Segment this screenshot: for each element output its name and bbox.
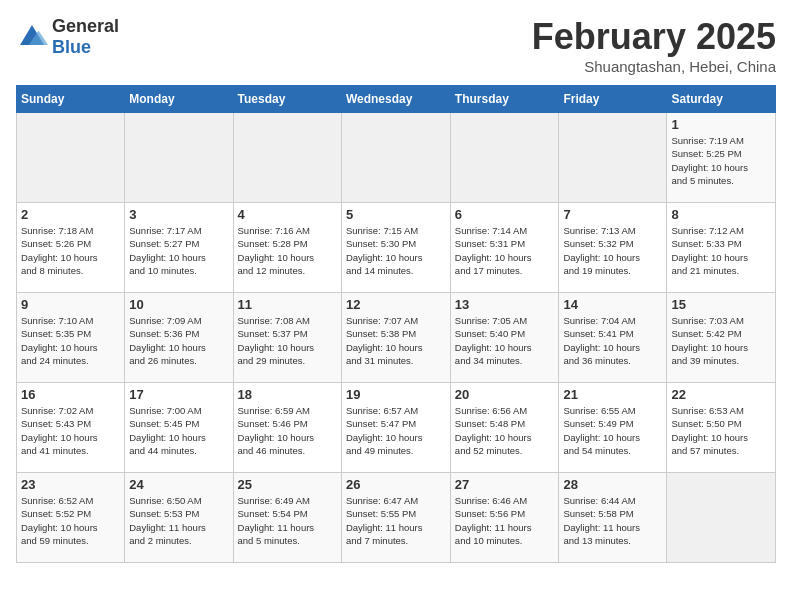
day-info: Sunrise: 7:10 AM Sunset: 5:35 PM Dayligh…: [21, 314, 120, 367]
weekday-header: Tuesday: [233, 86, 341, 113]
calendar-cell: 3Sunrise: 7:17 AM Sunset: 5:27 PM Daylig…: [125, 203, 233, 293]
day-number: 13: [455, 297, 555, 312]
logo-general: General: [52, 16, 119, 36]
day-info: Sunrise: 7:17 AM Sunset: 5:27 PM Dayligh…: [129, 224, 228, 277]
day-number: 23: [21, 477, 120, 492]
day-info: Sunrise: 6:47 AM Sunset: 5:55 PM Dayligh…: [346, 494, 446, 547]
logo: General Blue: [16, 16, 119, 58]
calendar-cell: 27Sunrise: 6:46 AM Sunset: 5:56 PM Dayli…: [450, 473, 559, 563]
day-info: Sunrise: 7:12 AM Sunset: 5:33 PM Dayligh…: [671, 224, 771, 277]
day-info: Sunrise: 7:08 AM Sunset: 5:37 PM Dayligh…: [238, 314, 337, 367]
day-number: 19: [346, 387, 446, 402]
calendar-cell: 17Sunrise: 7:00 AM Sunset: 5:45 PM Dayli…: [125, 383, 233, 473]
day-number: 1: [671, 117, 771, 132]
day-info: Sunrise: 7:18 AM Sunset: 5:26 PM Dayligh…: [21, 224, 120, 277]
calendar-cell: 4Sunrise: 7:16 AM Sunset: 5:28 PM Daylig…: [233, 203, 341, 293]
day-info: Sunrise: 6:53 AM Sunset: 5:50 PM Dayligh…: [671, 404, 771, 457]
calendar-week-row: 16Sunrise: 7:02 AM Sunset: 5:43 PM Dayli…: [17, 383, 776, 473]
weekday-header-row: SundayMondayTuesdayWednesdayThursdayFrid…: [17, 86, 776, 113]
day-info: Sunrise: 6:50 AM Sunset: 5:53 PM Dayligh…: [129, 494, 228, 547]
weekday-header: Wednesday: [341, 86, 450, 113]
day-info: Sunrise: 6:44 AM Sunset: 5:58 PM Dayligh…: [563, 494, 662, 547]
calendar-cell: [559, 113, 667, 203]
day-number: 2: [21, 207, 120, 222]
day-info: Sunrise: 7:04 AM Sunset: 5:41 PM Dayligh…: [563, 314, 662, 367]
day-info: Sunrise: 6:49 AM Sunset: 5:54 PM Dayligh…: [238, 494, 337, 547]
calendar-week-row: 1Sunrise: 7:19 AM Sunset: 5:25 PM Daylig…: [17, 113, 776, 203]
calendar-cell: 5Sunrise: 7:15 AM Sunset: 5:30 PM Daylig…: [341, 203, 450, 293]
calendar-cell: 15Sunrise: 7:03 AM Sunset: 5:42 PM Dayli…: [667, 293, 776, 383]
calendar-cell: 18Sunrise: 6:59 AM Sunset: 5:46 PM Dayli…: [233, 383, 341, 473]
day-info: Sunrise: 7:00 AM Sunset: 5:45 PM Dayligh…: [129, 404, 228, 457]
logo-blue: Blue: [52, 37, 91, 57]
calendar-cell: [667, 473, 776, 563]
day-info: Sunrise: 7:19 AM Sunset: 5:25 PM Dayligh…: [671, 134, 771, 187]
day-info: Sunrise: 7:14 AM Sunset: 5:31 PM Dayligh…: [455, 224, 555, 277]
day-info: Sunrise: 6:56 AM Sunset: 5:48 PM Dayligh…: [455, 404, 555, 457]
calendar-cell: 9Sunrise: 7:10 AM Sunset: 5:35 PM Daylig…: [17, 293, 125, 383]
day-info: Sunrise: 6:59 AM Sunset: 5:46 PM Dayligh…: [238, 404, 337, 457]
calendar-cell: 24Sunrise: 6:50 AM Sunset: 5:53 PM Dayli…: [125, 473, 233, 563]
day-number: 25: [238, 477, 337, 492]
calendar-cell: 12Sunrise: 7:07 AM Sunset: 5:38 PM Dayli…: [341, 293, 450, 383]
day-number: 22: [671, 387, 771, 402]
calendar-cell: 16Sunrise: 7:02 AM Sunset: 5:43 PM Dayli…: [17, 383, 125, 473]
day-number: 15: [671, 297, 771, 312]
calendar-cell: [125, 113, 233, 203]
calendar-cell: 10Sunrise: 7:09 AM Sunset: 5:36 PM Dayli…: [125, 293, 233, 383]
calendar-week-row: 9Sunrise: 7:10 AM Sunset: 5:35 PM Daylig…: [17, 293, 776, 383]
day-number: 6: [455, 207, 555, 222]
calendar-cell: 20Sunrise: 6:56 AM Sunset: 5:48 PM Dayli…: [450, 383, 559, 473]
calendar-cell: 28Sunrise: 6:44 AM Sunset: 5:58 PM Dayli…: [559, 473, 667, 563]
logo-icon: [16, 21, 48, 53]
day-number: 9: [21, 297, 120, 312]
day-number: 10: [129, 297, 228, 312]
weekday-header: Saturday: [667, 86, 776, 113]
day-number: 16: [21, 387, 120, 402]
calendar-week-row: 2Sunrise: 7:18 AM Sunset: 5:26 PM Daylig…: [17, 203, 776, 293]
calendar-cell: 23Sunrise: 6:52 AM Sunset: 5:52 PM Dayli…: [17, 473, 125, 563]
calendar-cell: 7Sunrise: 7:13 AM Sunset: 5:32 PM Daylig…: [559, 203, 667, 293]
weekday-header: Friday: [559, 86, 667, 113]
calendar-cell: [233, 113, 341, 203]
day-info: Sunrise: 7:02 AM Sunset: 5:43 PM Dayligh…: [21, 404, 120, 457]
calendar-cell: [17, 113, 125, 203]
calendar-cell: 14Sunrise: 7:04 AM Sunset: 5:41 PM Dayli…: [559, 293, 667, 383]
calendar-cell: 19Sunrise: 6:57 AM Sunset: 5:47 PM Dayli…: [341, 383, 450, 473]
day-info: Sunrise: 7:03 AM Sunset: 5:42 PM Dayligh…: [671, 314, 771, 367]
day-number: 11: [238, 297, 337, 312]
day-number: 12: [346, 297, 446, 312]
calendar-cell: 8Sunrise: 7:12 AM Sunset: 5:33 PM Daylig…: [667, 203, 776, 293]
calendar-cell: 6Sunrise: 7:14 AM Sunset: 5:31 PM Daylig…: [450, 203, 559, 293]
calendar-cell: 2Sunrise: 7:18 AM Sunset: 5:26 PM Daylig…: [17, 203, 125, 293]
calendar-cell: 1Sunrise: 7:19 AM Sunset: 5:25 PM Daylig…: [667, 113, 776, 203]
day-number: 17: [129, 387, 228, 402]
month-title: February 2025: [532, 16, 776, 58]
location-subtitle: Shuangtashan, Hebei, China: [532, 58, 776, 75]
day-number: 20: [455, 387, 555, 402]
calendar-cell: 21Sunrise: 6:55 AM Sunset: 5:49 PM Dayli…: [559, 383, 667, 473]
weekday-header: Sunday: [17, 86, 125, 113]
day-info: Sunrise: 6:46 AM Sunset: 5:56 PM Dayligh…: [455, 494, 555, 547]
calendar-cell: 22Sunrise: 6:53 AM Sunset: 5:50 PM Dayli…: [667, 383, 776, 473]
day-info: Sunrise: 7:09 AM Sunset: 5:36 PM Dayligh…: [129, 314, 228, 367]
day-number: 3: [129, 207, 228, 222]
weekday-header: Thursday: [450, 86, 559, 113]
calendar-cell: [341, 113, 450, 203]
day-number: 21: [563, 387, 662, 402]
day-info: Sunrise: 7:05 AM Sunset: 5:40 PM Dayligh…: [455, 314, 555, 367]
calendar-cell: 13Sunrise: 7:05 AM Sunset: 5:40 PM Dayli…: [450, 293, 559, 383]
day-number: 14: [563, 297, 662, 312]
day-number: 26: [346, 477, 446, 492]
day-number: 8: [671, 207, 771, 222]
day-info: Sunrise: 7:13 AM Sunset: 5:32 PM Dayligh…: [563, 224, 662, 277]
day-info: Sunrise: 6:55 AM Sunset: 5:49 PM Dayligh…: [563, 404, 662, 457]
day-info: Sunrise: 7:07 AM Sunset: 5:38 PM Dayligh…: [346, 314, 446, 367]
day-number: 27: [455, 477, 555, 492]
calendar-week-row: 23Sunrise: 6:52 AM Sunset: 5:52 PM Dayli…: [17, 473, 776, 563]
calendar-cell: 25Sunrise: 6:49 AM Sunset: 5:54 PM Dayli…: [233, 473, 341, 563]
header: General Blue February 2025 Shuangtashan,…: [16, 16, 776, 75]
day-info: Sunrise: 7:16 AM Sunset: 5:28 PM Dayligh…: [238, 224, 337, 277]
day-info: Sunrise: 6:52 AM Sunset: 5:52 PM Dayligh…: [21, 494, 120, 547]
day-number: 5: [346, 207, 446, 222]
